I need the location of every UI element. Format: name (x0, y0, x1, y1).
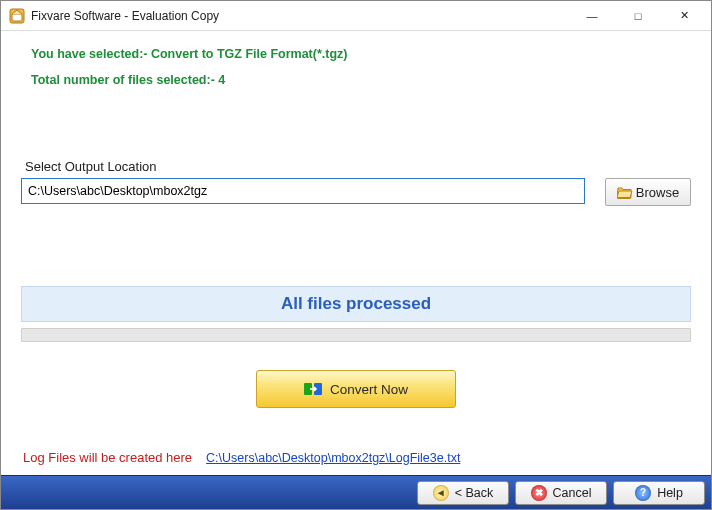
progress-bar (21, 328, 691, 342)
back-arrow-icon: ◄ (433, 485, 449, 501)
window-controls: — □ ✕ (569, 2, 707, 30)
back-button[interactable]: ◄ < Back (417, 481, 509, 505)
browse-button-label: Browse (636, 185, 679, 200)
cancel-button-label: Cancel (553, 486, 592, 500)
selected-format-text: You have selected:- Convert to TGZ File … (21, 45, 691, 63)
convert-now-button[interactable]: Convert Now (256, 370, 456, 408)
log-label: Log Files will be created here (23, 450, 192, 465)
output-location-input[interactable] (21, 178, 585, 204)
help-button[interactable]: ? Help (613, 481, 705, 505)
back-button-label: < Back (455, 486, 494, 500)
cancel-icon: ✖ (531, 485, 547, 501)
title-bar: Fixvare Software - Evaluation Copy — □ ✕ (1, 1, 711, 31)
window-title: Fixvare Software - Evaluation Copy (31, 9, 219, 23)
svg-rect-1 (12, 14, 22, 21)
help-icon: ? (635, 485, 651, 501)
output-location-row: Browse (21, 178, 691, 206)
output-location-label: Select Output Location (21, 159, 691, 174)
close-button[interactable]: ✕ (661, 2, 707, 30)
help-button-label: Help (657, 486, 683, 500)
minimize-button[interactable]: — (569, 2, 615, 30)
folder-open-icon (617, 185, 633, 199)
log-row: Log Files will be created here C:\Users\… (21, 444, 691, 471)
convert-button-label: Convert Now (330, 382, 408, 397)
content-area: You have selected:- Convert to TGZ File … (1, 31, 711, 475)
convert-row: Convert Now (21, 370, 691, 408)
status-banner: All files processed (21, 286, 691, 322)
app-icon (9, 8, 25, 24)
cancel-button[interactable]: ✖ Cancel (515, 481, 607, 505)
status-text: All files processed (281, 294, 431, 313)
convert-icon (304, 381, 322, 397)
maximize-button[interactable]: □ (615, 2, 661, 30)
log-file-link[interactable]: C:\Users\abc\Desktop\mbox2tgz\LogFile3e.… (206, 451, 460, 465)
browse-button[interactable]: Browse (605, 178, 691, 206)
footer-bar: ◄ < Back ✖ Cancel ? Help (1, 475, 711, 509)
selected-count-text: Total number of files selected:- 4 (21, 71, 691, 89)
